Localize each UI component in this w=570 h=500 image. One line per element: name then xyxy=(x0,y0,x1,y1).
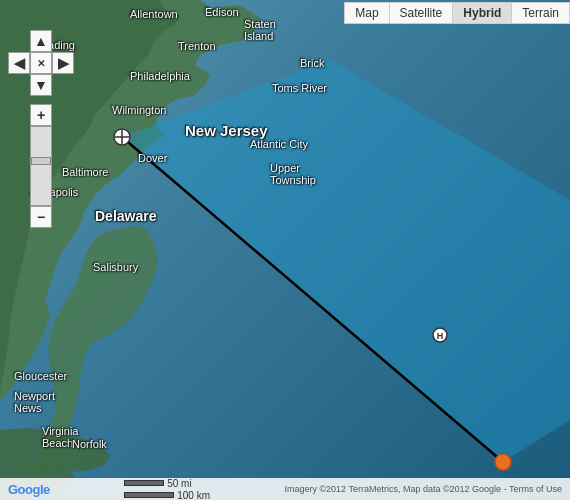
nav-cross: ▲ ◀ ✕ ▶ ▼ xyxy=(8,30,74,96)
zoom-in-button[interactable]: + xyxy=(30,104,52,126)
land-svg xyxy=(0,0,570,500)
nav-down-button[interactable]: ▼ xyxy=(30,74,52,96)
bottom-bar: Google 50 mi 100 km Imagery ©2012 TerraM… xyxy=(0,478,570,500)
zoom-thumb xyxy=(31,157,51,165)
nav-left-button[interactable]: ◀ xyxy=(8,52,30,74)
google-logo: Google xyxy=(8,482,50,497)
nav-up-button[interactable]: ▲ xyxy=(30,30,52,52)
map-container[interactable]: H Allentown Edison Staten Island Reading… xyxy=(0,0,570,500)
scale-miles: 50 mi xyxy=(167,478,191,489)
nav-center-button[interactable]: ✕ xyxy=(30,52,52,74)
map-type-controls: Map Satellite Hybrid Terrain xyxy=(344,2,570,24)
scale-bar: 50 mi 100 km xyxy=(124,478,210,501)
zoom-slider[interactable] xyxy=(30,126,52,206)
zoom-out-button[interactable]: − xyxy=(30,206,52,228)
map-navigation: ▲ ◀ ✕ ▶ ▼ + − xyxy=(8,30,74,228)
map-button[interactable]: Map xyxy=(344,2,388,24)
scale-km: 100 km xyxy=(177,490,210,501)
attribution-text: Imagery ©2012 TerraMetrics, Map data ©20… xyxy=(284,484,562,494)
zoom-controls: + − xyxy=(30,104,52,228)
nav-right-button[interactable]: ▶ xyxy=(52,52,74,74)
terrain-button[interactable]: Terrain xyxy=(511,2,570,24)
hybrid-button[interactable]: Hybrid xyxy=(452,2,511,24)
satellite-button[interactable]: Satellite xyxy=(389,2,453,24)
